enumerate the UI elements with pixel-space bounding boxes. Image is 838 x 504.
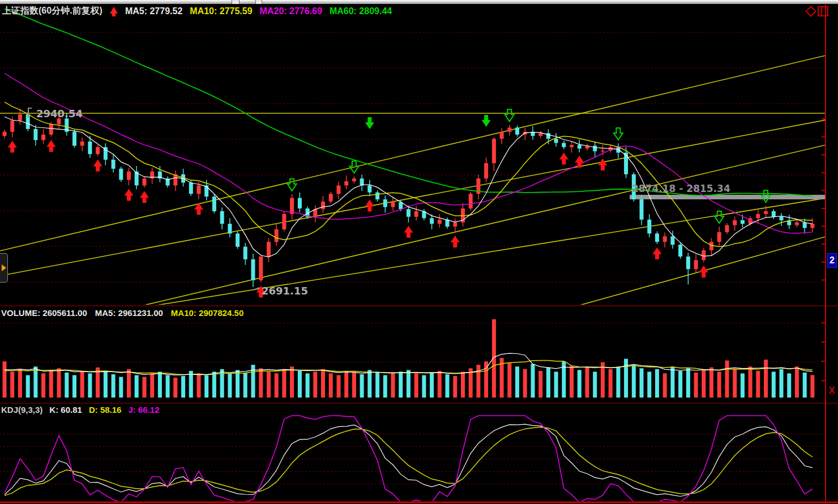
chart-annotations: 2940.542691.152874.18 - 2815.34 (28, 108, 730, 297)
candle-body (282, 214, 286, 229)
volume-bar (158, 371, 162, 398)
candle-body (383, 199, 387, 207)
buy-arrow-icon (404, 226, 413, 238)
ma5-value: MA5: 2779.52 (125, 6, 182, 16)
volume-bar (383, 375, 387, 398)
indicator-close-button[interactable]: X (827, 386, 836, 396)
candle-body (453, 223, 457, 227)
volume-bar (647, 371, 651, 398)
volume-bar (173, 378, 177, 398)
kdj-d-value: D: 58.16 (89, 405, 122, 415)
volume-bar (367, 370, 371, 398)
volume-bar (709, 368, 713, 398)
candle-body (446, 220, 450, 227)
sell-arrow-icon (505, 109, 514, 121)
volume-bar (119, 377, 123, 398)
volume-bar (275, 373, 279, 398)
candle-body (756, 214, 760, 218)
candle-body (96, 147, 100, 154)
candle-body (259, 257, 263, 280)
volume-bar (570, 366, 574, 398)
range-label: 2874.18 - 2815.34 (632, 183, 730, 194)
volume-value: VOLUME: 2605611.00 (1, 308, 87, 318)
volume-bar (298, 371, 302, 398)
flat-price-band[interactable] (630, 195, 826, 199)
volume-bar (725, 361, 729, 398)
candle-body (414, 211, 418, 217)
ma10-line (5, 102, 813, 246)
volume-bar (57, 368, 61, 398)
sell-arrow-icon (482, 115, 491, 127)
volume-bar (88, 373, 92, 398)
volume-bar (531, 364, 535, 398)
volume-bar (515, 366, 519, 398)
candle-body (352, 178, 356, 181)
volume-bar (80, 371, 84, 398)
candle-body (694, 260, 698, 269)
volume-bar (655, 369, 659, 398)
volume-bar (189, 371, 193, 398)
candle-body (189, 183, 193, 194)
volume-bar (313, 371, 317, 398)
volume-bar (236, 370, 240, 398)
candle-body (515, 127, 519, 134)
volume-panel-header: VOLUME: 2605611.00 MA5: 2961231.00 MA10:… (1, 308, 243, 318)
trendlines[interactable] (0, 55, 826, 306)
chart-canvas[interactable]: 2940.542691.152874.18 - 2815.34 (0, 0, 838, 504)
candle-body (88, 142, 92, 154)
volume-bar (803, 373, 807, 398)
candle-body (360, 178, 364, 185)
candle-body (538, 133, 542, 136)
candle-body (391, 202, 395, 207)
candle-body (717, 232, 721, 242)
volume-bar (780, 369, 784, 398)
candle-body (112, 160, 116, 169)
top-strip-notch (232, 0, 240, 4)
candle-body (640, 199, 644, 220)
volume-bar (764, 360, 768, 398)
top-strip-notch (255, 0, 262, 4)
buy-arrow-icon (451, 236, 460, 247)
candle-body (803, 223, 807, 228)
volume-bar (267, 371, 271, 398)
split-window-icon[interactable] (818, 6, 828, 16)
volume-bar (523, 369, 527, 398)
volume-bar (212, 371, 216, 398)
candle-body (243, 247, 247, 259)
left-panel-expander[interactable] (0, 253, 8, 283)
kdj-panel-header: KDJ(9,3,3) K: 60.81 D: 58.16 J: 66.12 (1, 405, 160, 415)
ma20-value: MA20: 2776.69 (260, 6, 322, 16)
volume-bar (756, 371, 760, 398)
candle-body (329, 194, 333, 202)
candle-body (375, 193, 379, 199)
trade-signals (8, 109, 771, 297)
candle-body (780, 217, 784, 220)
kdj-k-line (5, 424, 813, 496)
candle-body (275, 229, 279, 242)
candle-body (601, 151, 605, 152)
volume-bar (112, 374, 116, 398)
volume-bar (430, 373, 434, 398)
volume-bar (290, 366, 294, 398)
buy-arrow-icon (559, 152, 568, 164)
candle-body (500, 132, 504, 139)
candle-body (251, 259, 255, 280)
volume-bar (461, 371, 465, 398)
candle-body (655, 233, 659, 242)
volume-bar (360, 374, 364, 398)
buy-arrow-icon (365, 200, 374, 212)
volume-bar (749, 366, 753, 398)
volume-bar (717, 371, 721, 398)
volume-bar (609, 369, 613, 398)
volume-bar (33, 366, 37, 398)
candle-body (764, 211, 768, 214)
candle-body (795, 223, 799, 225)
volume-bar (492, 319, 496, 398)
volume-bar (197, 373, 201, 398)
candle-body (321, 202, 325, 210)
volume-bar (65, 373, 69, 398)
candle-body (484, 163, 488, 178)
drawing-tool-badge[interactable]: 2 (827, 253, 837, 268)
candle-body (143, 178, 147, 185)
volume-bar (476, 365, 480, 398)
